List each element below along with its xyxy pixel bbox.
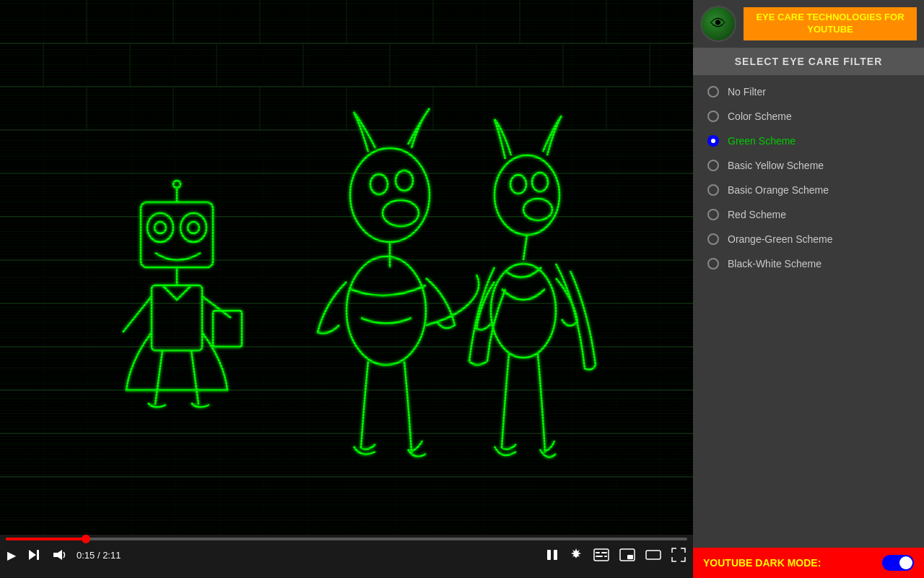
label-basic-yellow: Basic Yellow Scheme — [728, 160, 824, 171]
svg-line-57 — [523, 235, 527, 260]
radio-basic-orange[interactable] — [707, 184, 719, 196]
video-content — [0, 0, 693, 535]
filter-option-no-filter[interactable]: No Filter — [707, 86, 910, 98]
label-color-scheme: Color Scheme — [728, 111, 792, 122]
cartoon-animation[interactable] — [0, 0, 693, 535]
svg-point-47 — [350, 148, 430, 242]
label-basic-orange: Basic Orange Scheme — [728, 184, 829, 196]
fullscreen-button[interactable] — [670, 546, 687, 564]
filter-option-basic-orange[interactable]: Basic Orange Scheme — [707, 184, 910, 196]
radio-orange-green[interactable] — [707, 233, 719, 245]
dark-mode-label: YOUTUBE DARK MODE: — [703, 557, 821, 569]
progress-bar-fill — [6, 538, 86, 540]
label-black-white: Black-White Scheme — [728, 258, 821, 269]
controls-right — [544, 546, 687, 564]
svg-rect-60 — [37, 550, 39, 560]
volume-button[interactable] — [51, 547, 68, 563]
radio-no-filter[interactable] — [707, 86, 719, 98]
sidebar-header: EYE CARE TECHNOLOGIES FOR YOUTUBE — [693, 0, 924, 48]
svg-rect-33 — [141, 202, 213, 267]
settings-button[interactable] — [567, 546, 585, 564]
svg-rect-66 — [594, 549, 609, 561]
svg-rect-64 — [554, 550, 557, 560]
radio-red-scheme[interactable] — [707, 209, 719, 220]
svg-rect-67 — [596, 552, 600, 553]
controls-row: ▶ 0:15 / 2:11 — [6, 546, 687, 564]
svg-point-46 — [173, 181, 180, 188]
svg-marker-62 — [53, 550, 62, 560]
label-orange-green: Orange-Green Scheme — [728, 233, 833, 245]
progress-bar-container[interactable] — [6, 538, 687, 540]
toggle-knob — [899, 556, 912, 569]
subtitles-button[interactable] — [592, 547, 611, 563]
app-logo — [700, 6, 736, 42]
svg-rect-39 — [152, 285, 202, 350]
radio-color-scheme[interactable] — [707, 111, 719, 122]
svg-point-37 — [188, 222, 199, 233]
next-button[interactable] — [26, 547, 42, 563]
filter-options-list: No Filter Color Scheme Green Scheme Basi… — [693, 75, 924, 548]
video-controls: ▶ 0:15 / 2:11 — [0, 535, 693, 578]
time-display: 0:15 / 2:11 — [77, 550, 121, 561]
svg-point-55 — [510, 175, 526, 194]
svg-point-52 — [346, 256, 426, 365]
svg-line-44 — [191, 350, 199, 405]
svg-rect-73 — [646, 551, 661, 559]
svg-rect-68 — [601, 552, 607, 553]
svg-line-43 — [155, 350, 162, 405]
svg-point-35 — [180, 213, 206, 242]
filter-option-black-white[interactable]: Black-White Scheme — [707, 258, 910, 269]
miniplayer-button[interactable] — [618, 547, 637, 563]
header-title-box: EYE CARE TECHNOLOGIES FOR YOUTUBE — [744, 7, 917, 40]
svg-rect-69 — [596, 556, 603, 557]
radio-black-white[interactable] — [707, 258, 719, 269]
svg-line-41 — [202, 296, 231, 318]
label-no-filter: No Filter — [728, 86, 766, 98]
filter-option-color-scheme[interactable]: Color Scheme — [707, 111, 910, 122]
svg-point-48 — [383, 200, 419, 226]
filter-option-red-scheme[interactable]: Red Scheme — [707, 209, 910, 220]
play-button[interactable]: ▶ — [6, 547, 17, 564]
filter-option-basic-yellow[interactable]: Basic Yellow Scheme — [707, 160, 910, 171]
radio-green-scheme[interactable] — [707, 135, 719, 147]
svg-rect-72 — [627, 555, 633, 559]
svg-point-34 — [147, 213, 173, 242]
header-title-line1: EYE CARE TECHNOLOGIES FOR — [751, 12, 910, 24]
svg-point-49 — [370, 174, 388, 194]
pause-icon-button[interactable] — [544, 547, 560, 563]
radio-basic-yellow[interactable] — [707, 160, 719, 171]
label-green-scheme: Green Scheme — [728, 135, 796, 147]
svg-point-53 — [494, 155, 559, 235]
svg-line-40 — [123, 296, 152, 332]
filter-option-green-scheme[interactable]: Green Scheme — [707, 135, 910, 147]
select-filter-bar: SELECT EYE CARE FILTER — [693, 48, 924, 75]
dark-mode-toggle[interactable] — [882, 555, 914, 571]
video-area: ▶ 0:15 / 2:11 — [0, 0, 693, 578]
svg-point-56 — [532, 173, 548, 191]
label-red-scheme: Red Scheme — [728, 209, 786, 220]
sidebar-panel: EYE CARE TECHNOLOGIES FOR YOUTUBE SELECT… — [693, 0, 924, 578]
svg-rect-59 — [0, 0, 693, 535]
svg-point-36 — [154, 222, 166, 233]
theater-button[interactable] — [644, 547, 663, 563]
filter-option-orange-green[interactable]: Orange-Green Scheme — [707, 233, 910, 245]
svg-marker-61 — [29, 550, 36, 560]
svg-rect-63 — [547, 550, 551, 560]
filter-section-label: SELECT EYE CARE FILTER — [735, 56, 883, 67]
header-title-line2: YOUTUBE — [751, 24, 910, 36]
svg-rect-70 — [604, 556, 607, 557]
dark-mode-bar: YOUTUBE DARK MODE: — [693, 548, 924, 578]
